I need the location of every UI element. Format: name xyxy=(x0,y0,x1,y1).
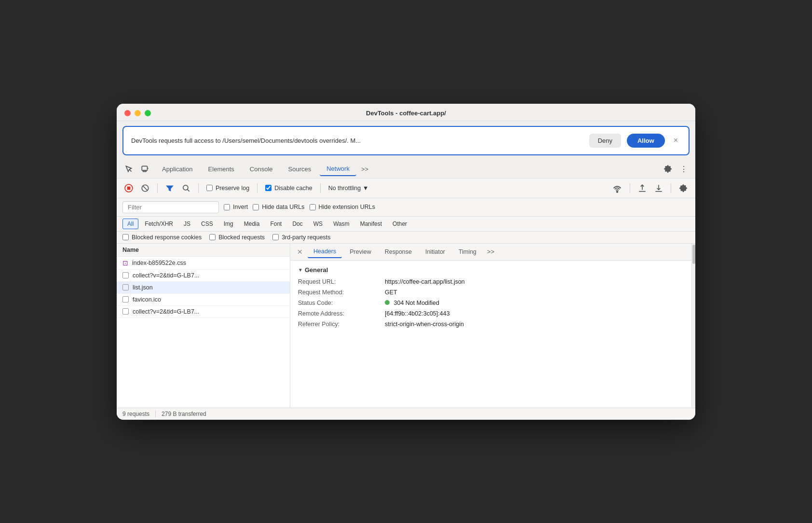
request-name: list.json xyxy=(133,284,153,291)
preserve-cache-area: Preserve log Disable cache No throttling… xyxy=(206,183,368,193)
tab-application[interactable]: Application xyxy=(155,163,200,176)
allow-button[interactable]: Allow xyxy=(627,134,665,148)
devtools-window: DevTools - coffee-cart.app/ DevTools req… xyxy=(117,104,695,420)
separator-3 xyxy=(257,183,257,193)
wifi-icon[interactable] xyxy=(610,181,624,195)
blocked-requests-checkbox[interactable] xyxy=(209,234,216,240)
detail-row-remote: Remote Address: [64:ff9b::4b02:3c05]:443 xyxy=(298,310,684,317)
more-detail-tabs-button[interactable]: >> xyxy=(484,246,497,257)
settings-icon[interactable] xyxy=(662,163,674,175)
list-item[interactable]: ⊡ index-b859522e.css xyxy=(117,257,290,270)
scrollbar[interactable] xyxy=(691,244,695,408)
download-icon[interactable] xyxy=(652,182,665,194)
type-btn-manifest[interactable]: Manifest xyxy=(356,219,386,229)
type-btn-css[interactable]: CSS xyxy=(197,219,217,229)
request-checkbox xyxy=(122,296,129,303)
detail-label: Remote Address: xyxy=(298,310,385,317)
tab-elements[interactable]: Elements xyxy=(202,163,241,176)
filter-input[interactable] xyxy=(122,201,219,213)
detail-tab-preview[interactable]: Preview xyxy=(344,246,377,258)
type-btn-media[interactable]: Media xyxy=(240,219,264,229)
detail-tab-timing[interactable]: Timing xyxy=(453,246,482,258)
upload-icon[interactable] xyxy=(636,182,649,194)
detail-panel: ✕ Headers Preview Response Initiator Tim… xyxy=(290,244,691,408)
maximize-button[interactable] xyxy=(145,110,151,116)
invert-label[interactable]: Invert xyxy=(224,204,248,210)
permission-close-button[interactable]: × xyxy=(671,135,681,146)
third-party-label[interactable]: 3rd-party requests xyxy=(272,234,330,241)
svg-line-9 xyxy=(188,189,189,191)
permission-bar: DevTools requests full access to /Users/… xyxy=(122,126,690,155)
status-separator xyxy=(155,411,156,417)
type-btn-doc[interactable]: Doc xyxy=(288,219,307,229)
hide-data-urls-label[interactable]: Hide data URLs xyxy=(253,204,304,210)
detail-tab-initiator[interactable]: Initiator xyxy=(420,246,451,258)
detail-tab-headers[interactable]: Headers xyxy=(308,246,342,258)
disable-cache-label[interactable]: Disable cache xyxy=(265,185,312,192)
blocked-cookies-checkbox[interactable] xyxy=(122,234,129,240)
filter-icon[interactable] xyxy=(163,182,176,194)
type-btn-js[interactable]: JS xyxy=(179,219,195,229)
tab-console[interactable]: Console xyxy=(243,163,280,176)
detail-label: Referrer Policy: xyxy=(298,321,385,328)
hide-data-urls-checkbox[interactable] xyxy=(253,204,259,210)
request-list-header: Name xyxy=(117,244,290,257)
window-title: DevTools - coffee-cart.app/ xyxy=(366,110,446,117)
search-icon[interactable] xyxy=(180,182,192,194)
svg-point-10 xyxy=(617,191,618,193)
detail-label: Request URL: xyxy=(298,278,385,285)
tab-network[interactable]: Network xyxy=(320,162,356,176)
detail-row-referrer: Referrer Policy: strict-origin-when-cros… xyxy=(298,321,684,328)
request-name: collect?v=2&tid=G-LB7... xyxy=(133,272,199,279)
network-settings-icon[interactable] xyxy=(677,182,690,194)
request-name: index-b859522e.css xyxy=(132,260,186,266)
list-item[interactable]: collect?v=2&tid=G-LB7... xyxy=(117,306,290,318)
request-name: favicon.ico xyxy=(133,296,161,303)
invert-checkbox[interactable] xyxy=(224,204,230,210)
filter-row: Invert Hide data URLs Hide extension URL… xyxy=(117,198,695,217)
more-tabs-button[interactable]: >> xyxy=(358,164,371,175)
more-options-icon[interactable]: ⋮ xyxy=(678,163,690,176)
throttle-select[interactable]: No throttling ▼ xyxy=(328,185,369,192)
hide-extension-urls-label[interactable]: Hide extension URLs xyxy=(310,204,375,210)
deny-button[interactable]: Deny xyxy=(589,134,621,148)
detail-value: strict-origin-when-cross-origin xyxy=(385,321,684,328)
blocked-cookies-label[interactable]: Blocked response cookies xyxy=(122,234,202,241)
clear-button[interactable] xyxy=(139,182,151,194)
preserve-log-checkbox[interactable] xyxy=(206,185,213,191)
type-btn-font[interactable]: Font xyxy=(266,219,286,229)
type-filter-row: All Fetch/XHR JS CSS Img Media Font Doc … xyxy=(117,217,695,232)
status-dot-icon xyxy=(385,300,390,305)
preserve-log-label[interactable]: Preserve log xyxy=(206,185,249,192)
blocked-requests-label[interactable]: Blocked requests xyxy=(209,234,265,241)
main-toolbar: Application Elements Console Sources Net… xyxy=(117,160,695,179)
tab-sources[interactable]: Sources xyxy=(282,163,318,176)
third-party-checkbox[interactable] xyxy=(272,234,279,240)
type-btn-wasm[interactable]: Wasm xyxy=(329,219,354,229)
type-btn-fetchxhr[interactable]: Fetch/XHR xyxy=(140,219,177,229)
request-checkbox xyxy=(122,284,129,290)
requests-count: 9 requests xyxy=(122,411,149,417)
type-btn-ws[interactable]: WS xyxy=(309,219,327,229)
scrollbar-thumb[interactable] xyxy=(692,245,695,264)
stop-recording-button[interactable] xyxy=(122,182,135,194)
type-btn-other[interactable]: Other xyxy=(388,219,411,229)
list-item[interactable]: list.json xyxy=(117,282,290,294)
minimize-button[interactable] xyxy=(135,110,141,116)
cursor-icon[interactable] xyxy=(122,163,135,175)
svg-rect-1 xyxy=(142,166,147,170)
close-button[interactable] xyxy=(124,110,131,116)
detail-tab-response[interactable]: Response xyxy=(379,246,418,258)
type-btn-all[interactable]: All xyxy=(122,219,138,229)
list-item[interactable]: favicon.ico xyxy=(117,294,290,306)
type-btn-img[interactable]: Img xyxy=(219,219,238,229)
detail-close-button[interactable]: ✕ xyxy=(294,247,306,257)
disable-cache-checkbox[interactable] xyxy=(265,185,271,191)
hide-extension-urls-checkbox[interactable] xyxy=(310,204,316,210)
device-icon[interactable] xyxy=(139,163,151,175)
list-item[interactable]: collect?v=2&tid=G-LB7... xyxy=(117,270,290,282)
svg-rect-5 xyxy=(127,186,131,190)
detail-row-url: Request URL: https://coffee-cart.app/lis… xyxy=(298,278,684,285)
toolbar-icons: ⋮ xyxy=(662,163,690,176)
detail-content: ▼ General Request URL: https://coffee-ca… xyxy=(290,261,691,408)
